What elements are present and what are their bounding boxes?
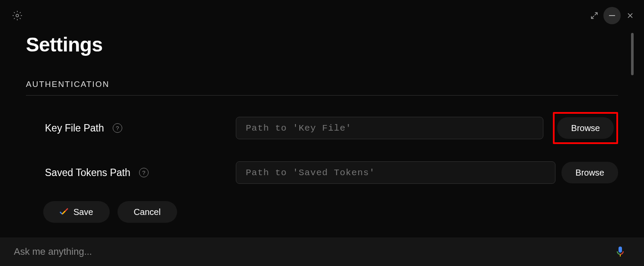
section-header-authentication: AUTHENTICATION [26,80,618,96]
svg-rect-2 [619,247,622,253]
browse-key-file-button[interactable]: Browse [557,117,614,139]
microphone-icon[interactable] [615,246,625,257]
page-title: Settings [26,33,618,56]
saved-tokens-path-label: Saved Tokens Path [45,167,130,179]
close-icon[interactable] [626,11,634,20]
saved-tokens-path-input[interactable] [236,161,555,184]
cancel-button[interactable]: Cancel [117,201,177,223]
key-file-path-row: Key File Path ? Browse [26,112,618,144]
save-button-label: Save [73,207,93,217]
saved-tokens-path-row: Saved Tokens Path ? Browse [26,161,618,184]
scrollbar[interactable] [631,33,634,75]
save-button[interactable]: Save [43,201,110,223]
browse-saved-tokens-button[interactable]: Browse [562,162,618,183]
check-icon [60,207,68,217]
minimize-button[interactable] [603,7,621,24]
ask-input[interactable] [14,246,615,257]
expand-icon[interactable] [590,12,598,19]
key-file-path-label: Key File Path [45,122,104,134]
ask-bar [0,237,644,266]
key-file-path-input[interactable] [236,117,543,139]
svg-rect-1 [609,15,615,16]
action-buttons: Save Cancel [26,201,618,223]
help-icon[interactable]: ? [113,123,122,133]
settings-panel: Settings AUTHENTICATION Key File Path ? … [0,0,644,223]
highlight-box: Browse [553,112,618,144]
window-controls [581,0,644,31]
gear-icon[interactable] [12,10,22,22]
svg-point-0 [16,14,19,17]
help-icon[interactable]: ? [139,168,149,177]
